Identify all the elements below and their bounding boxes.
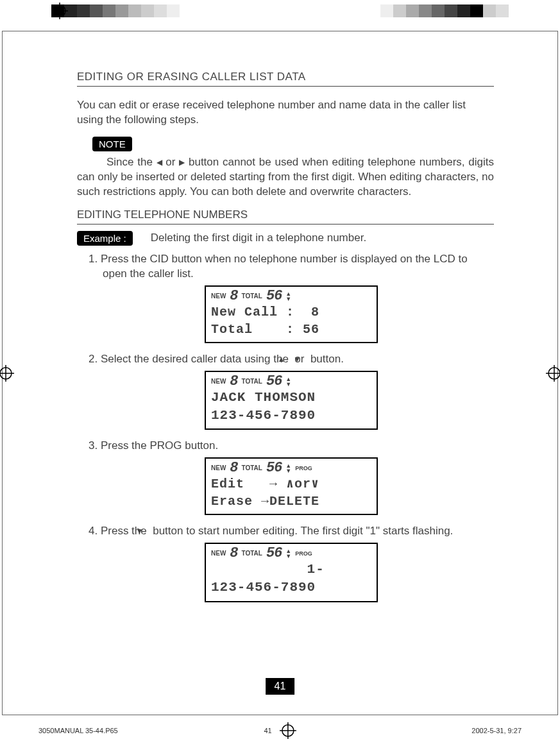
lcd-total-count: 56: [266, 287, 282, 306]
lcd-line-2: Erase →DELETE: [211, 493, 371, 510]
step-4: 4. Press the ▼ button to start number ed…: [89, 524, 494, 602]
registration-mark-icon: [0, 365, 14, 382]
footer-page: 41: [264, 727, 271, 734]
step-number: 1.: [89, 253, 98, 265]
lcd-new-label: NEW: [211, 292, 226, 301]
printer-colorbar: [51, 4, 509, 17]
example-badge: Example :: [77, 231, 133, 246]
lcd-line-2: Total : 56: [211, 321, 371, 338]
lcd-total-label: TOTAL: [242, 292, 262, 301]
lcd-line-2: 123-456-7890: [211, 407, 371, 425]
intro-text: You can edit or erase received telephone…: [77, 98, 494, 128]
lcd-line-1: 1-: [211, 561, 371, 579]
lcd-new-label: NEW: [211, 549, 226, 558]
up-down-icon: ▲▼: [285, 291, 291, 301]
up-down-icon: ▲▼: [285, 463, 291, 473]
step-text: Select the desired caller data using the: [101, 353, 292, 365]
left-arrow-icon: ◀: [157, 157, 162, 167]
step-1: 1. Press the CID button when no telephon…: [89, 252, 494, 343]
step-number: 4.: [89, 525, 98, 537]
example-row: Example : Deleting the first digit in a …: [77, 231, 494, 246]
up-down-icon: ▲▼: [285, 377, 291, 387]
lcd-line-1: JACK THOMSON: [211, 389, 371, 407]
right-arrow-icon: ▶: [179, 157, 185, 167]
lcd-prog-label: PROG: [295, 464, 312, 472]
lcd-new-label: NEW: [211, 377, 226, 386]
lcd-line-1: New Call : 8: [211, 303, 371, 321]
lcd-total-label: TOTAL: [242, 377, 262, 386]
step-number: 2.: [89, 353, 98, 365]
lcd-display: NEW 8 TOTAL 56 ▲▼ PROG 1- 123-456-7890: [205, 543, 378, 602]
example-text: Deleting the first digit in a telephone …: [151, 232, 366, 244]
footer-date: 2002-5-31, 9:27: [471, 727, 522, 734]
page-number: 41: [266, 678, 295, 695]
step-number: 3.: [89, 439, 98, 452]
lcd-new-label: NEW: [211, 464, 226, 473]
footer: 3050MANUAL 35-44.P65 41 2002-5-31, 9:27: [38, 727, 522, 734]
subsection-title: EDITING TELEPHONE NUMBERS: [77, 208, 494, 225]
note-text: or: [162, 156, 180, 168]
registration-mark-icon: [280, 722, 296, 739]
lcd-prog-label: PROG: [295, 550, 312, 557]
lcd-display: NEW 8 TOTAL 56 ▲▼ JACK THOMSON 123-456-7…: [205, 371, 378, 430]
step-3: 3. Press the PROG button. NEW 8 TOTAL 56…: [89, 439, 494, 515]
section-title: EDITING OR ERASING CALLER LIST DATA: [77, 71, 494, 87]
lcd-line-1: Edit → ∧or∨: [211, 475, 371, 493]
step-text: button.: [307, 353, 344, 365]
footer-file: 3050MANUAL 35-44.P65: [38, 727, 118, 734]
step-text: Press the CID button when no telephone n…: [101, 253, 468, 280]
lcd-total-label: TOTAL: [242, 549, 262, 558]
note-body: Since the ◀ or ▶ button cannot be used w…: [77, 155, 494, 199]
note-badge: NOTE: [92, 137, 132, 151]
lcd-new-count: 8: [230, 372, 237, 391]
step-2: 2. Select the desired caller data using …: [89, 352, 494, 430]
page-content: EDITING OR ERASING CALLER LIST DATA You …: [77, 71, 494, 611]
up-down-icon: ▲▼: [285, 548, 291, 559]
lcd-total-label: TOTAL: [242, 464, 262, 473]
step-text: button to start number editing. The firs…: [149, 525, 453, 537]
lcd-display: NEW 8 TOTAL 56 ▲▼ New Call : 8 Total : 5…: [205, 285, 378, 343]
registration-mark-icon: [546, 365, 560, 382]
lcd-display: NEW 8 TOTAL 56 ▲▼ PROG Edit → ∧or∨ Erase…: [205, 457, 378, 515]
lcd-total-count: 56: [266, 372, 282, 391]
lcd-new-count: 8: [230, 287, 237, 306]
step-text: Press the PROG button.: [101, 439, 218, 452]
note-text: Since the: [106, 156, 157, 168]
registration-mark-icon: [51, 3, 68, 19]
lcd-line-2: 123-456-7890: [211, 579, 371, 597]
